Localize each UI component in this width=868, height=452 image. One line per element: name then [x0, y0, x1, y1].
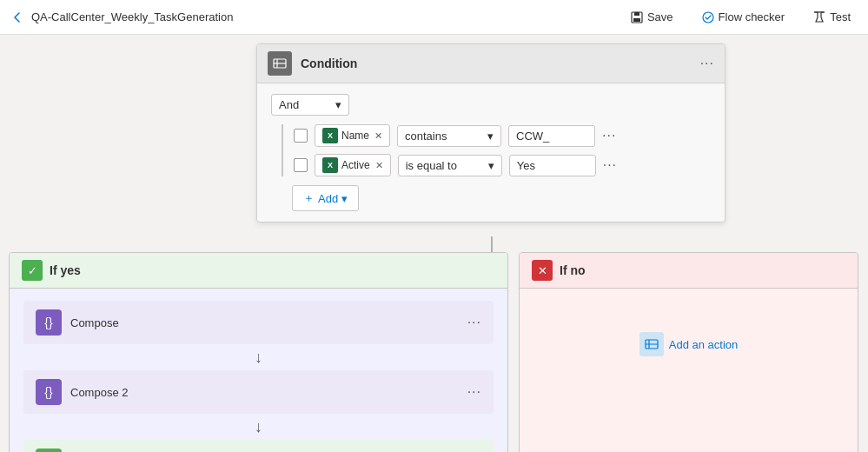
topbar-right: Save Flow checker Test: [623, 7, 858, 28]
compose2-icon: {}: [36, 379, 62, 405]
condition-body: And ▾ X Name ✕ contains ▾ CCW_: [257, 83, 725, 222]
add-row: ＋ Add ▾: [292, 185, 711, 211]
row-2-chip-close[interactable]: ✕: [375, 160, 383, 171]
row-2-checkbox[interactable]: [294, 158, 308, 172]
chevron-down-icon: ▾: [341, 192, 348, 205]
branch-no: ✕ If no Add an action: [519, 252, 858, 452]
compose-action-name: Compose: [70, 316, 119, 329]
branch-yes-header: ✓ If yes: [10, 253, 507, 289]
branch-yes-label: If yes: [50, 263, 81, 277]
row-2-field-chip: X Active ✕: [315, 154, 391, 176]
test-button[interactable]: Test: [805, 7, 858, 28]
x-icon: ✕: [532, 260, 553, 281]
compose2-action-name: Compose 2: [70, 386, 128, 399]
task-icon: [36, 449, 62, 452]
excel-icon-2: X: [322, 157, 338, 173]
compose-icon: {}: [36, 309, 62, 336]
condition-rows: X Name ✕ contains ▾ CCW_ ··· X: [282, 124, 711, 176]
action-compose2-left: {} Compose 2: [36, 379, 128, 405]
row-1-more[interactable]: ···: [602, 128, 616, 143]
condition-icon: [268, 51, 292, 76]
row-2-operator[interactable]: is equal to ▾: [398, 155, 502, 176]
chevron-down-icon: ▾: [487, 130, 494, 143]
branch-no-header: ✕ If no: [520, 253, 858, 289]
add-button[interactable]: ＋ Add ▾: [292, 185, 359, 211]
topbar: QA-CallCenter_Weekly_TaskGeneration Save…: [0, 0, 868, 35]
svg-rect-1: [634, 12, 639, 16]
row-1-value[interactable]: CCW_: [508, 125, 595, 147]
row-1-field-chip: X Name ✕: [315, 124, 390, 147]
chevron-down-icon: ▾: [335, 98, 341, 111]
arrow-down-2: ↓: [255, 414, 262, 440]
row-2-value[interactable]: Yes: [509, 155, 596, 176]
back-button[interactable]: [10, 10, 24, 24]
connector-line: [491, 236, 493, 252]
and-dropdown[interactable]: And ▾: [271, 94, 349, 116]
svg-point-3: [703, 12, 713, 23]
svg-rect-2: [633, 18, 640, 22]
condition-more-button[interactable]: ···: [700, 56, 714, 71]
compose2-more-button[interactable]: ···: [467, 384, 481, 400]
action-task-left: Create a task: [36, 449, 137, 452]
compose-more-button[interactable]: ···: [467, 315, 481, 330]
add-action-icon: [639, 332, 664, 356]
branch-yes: ✓ If yes {} Compose ··· ↓ {} Co: [9, 252, 508, 452]
topbar-left: QA-CallCenter_Weekly_TaskGeneration: [10, 10, 233, 24]
canvas: Condition ··· And ▾ X Name ✕ c: [0, 35, 868, 452]
action-compose-left: {} Compose: [36, 309, 119, 336]
condition-card: Condition ··· And ▾ X Name ✕ c: [256, 43, 726, 223]
flow-title: QA-CallCenter_Weekly_TaskGeneration: [31, 10, 233, 23]
add-action-button[interactable]: Add an action: [639, 332, 739, 356]
row-2-more[interactable]: ···: [603, 157, 617, 173]
branch-area: ✓ If yes {} Compose ··· ↓ {} Co: [9, 252, 858, 452]
branch-yes-body: {} Compose ··· ↓ {} Compose 2 ··· ↓: [10, 289, 507, 452]
row-1-checkbox[interactable]: [294, 129, 308, 143]
condition-header-left: Condition: [268, 51, 357, 76]
save-button[interactable]: Save: [623, 7, 680, 28]
row-1-operator[interactable]: contains ▾: [397, 125, 501, 147]
condition-title: Condition: [301, 56, 357, 70]
action-card-compose: {} Compose ···: [23, 301, 494, 344]
condition-header: Condition ···: [257, 44, 725, 83]
condition-row-2: X Active ✕ is equal to ▾ Yes ···: [294, 154, 711, 176]
action-card-task: Create a task ···: [23, 440, 494, 452]
branch-no-body: Add an action: [520, 289, 858, 400]
branch-no-label: If no: [560, 263, 586, 277]
action-card-compose2: {} Compose 2 ···: [23, 370, 494, 414]
condition-row-1: X Name ✕ contains ▾ CCW_ ···: [294, 124, 711, 147]
plus-icon: ＋: [303, 190, 315, 206]
chevron-down-icon: ▾: [488, 159, 494, 172]
check-icon: ✓: [22, 260, 43, 281]
arrow-down-1: ↓: [255, 344, 262, 370]
flow-checker-button[interactable]: Flow checker: [694, 7, 792, 28]
excel-icon-1: X: [322, 128, 338, 143]
row-1-chip-close[interactable]: ✕: [374, 130, 382, 142]
